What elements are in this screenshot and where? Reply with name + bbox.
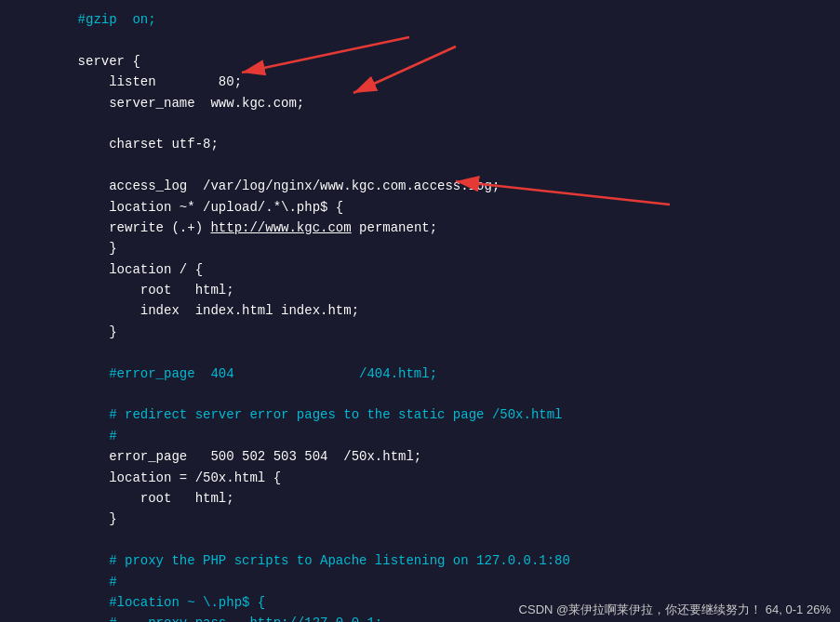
- code-line: index index.html index.htm;: [47, 300, 821, 321]
- code-line: root html;: [47, 280, 821, 300]
- code-line: }: [47, 509, 821, 529]
- code-line: root html;: [47, 488, 821, 509]
- code-line: }: [47, 238, 821, 258]
- rewrite-url: http://www.kgc.com: [210, 220, 351, 235]
- code-container: #gzip on; server { listen 80; server_nam…: [0, 0, 840, 622]
- code-line: [47, 113, 821, 134]
- code-line: [47, 384, 821, 404]
- code-line: location ~* /upload/.*\.php$ {: [47, 197, 821, 218]
- code-line: location / {: [47, 259, 821, 280]
- code-line: error_page 500 502 503 504 /50x.html;: [47, 446, 821, 467]
- code-line: }: [47, 322, 821, 342]
- code-line: #gzip on;: [47, 9, 821, 30]
- status-position: 64, 0-1: [766, 602, 803, 616]
- status-zoom: 26%: [807, 602, 831, 616]
- code-line: # proxy the PHP scripts to Apache listen…: [47, 550, 821, 571]
- code-line: [47, 342, 821, 363]
- code-line: listen 80;: [47, 72, 821, 92]
- code-line: #error_page 404 /404.html;: [47, 364, 821, 384]
- code-line: server_name www.kgc.com;: [47, 93, 821, 113]
- status-text: CSDN @莱伊拉啊莱伊拉，你还要继续努力！: [519, 602, 763, 616]
- code-line: access_log /var/log/nginx/www.kgc.com.ac…: [47, 176, 821, 196]
- code-line: [47, 530, 821, 550]
- code-line: rewrite (.+) http://www.kgc.com permanen…: [47, 218, 821, 238]
- code-line: location = /50x.html {: [47, 468, 821, 488]
- code-line: charset utf-8;: [47, 134, 821, 154]
- code-line: [47, 30, 821, 50]
- code-line: # redirect server error pages to the sta…: [47, 404, 821, 425]
- code-line: [47, 155, 821, 176]
- status-bar: CSDN @莱伊拉啊莱伊拉，你还要继续努力！ 64, 0-1 26%: [510, 598, 840, 622]
- code-line: server {: [47, 51, 821, 72]
- code-line: #: [47, 426, 821, 446]
- code-line: #: [47, 572, 821, 592]
